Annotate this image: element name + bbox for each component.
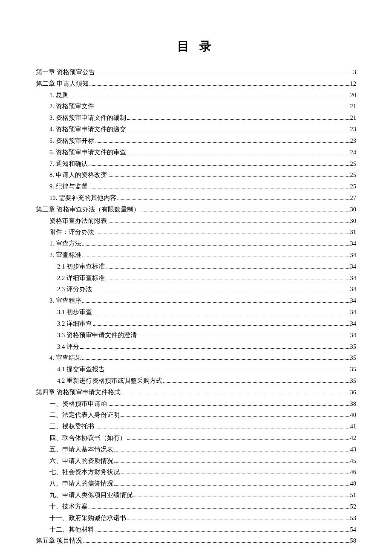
toc-entry: 9. 纪律与监督25 bbox=[36, 181, 356, 192]
toc-entry-page: 51 bbox=[350, 489, 357, 501]
toc-entry-page: 21 bbox=[350, 112, 357, 124]
toc-leader-dots bbox=[106, 268, 349, 269]
toc-entry: 6. 资格预审申请文件的审查24 bbox=[36, 147, 356, 158]
toc-leader-dots bbox=[121, 394, 349, 394]
toc-entry-page: 23 bbox=[350, 124, 357, 135]
toc-leader-dots bbox=[95, 108, 349, 108]
toc-leader-dots bbox=[114, 451, 349, 451]
toc-leader-dots bbox=[69, 97, 349, 97]
toc-leader-dots bbox=[82, 359, 349, 360]
toc-entry-label: 6. 资格预审申请文件的审查 bbox=[49, 147, 126, 158]
toc-leader-dots bbox=[127, 439, 349, 440]
toc-entry-label: 3.4 评分 bbox=[57, 341, 79, 353]
toc-entry-label: 2. 资格预审文件 bbox=[49, 101, 94, 112]
toc-entry-page: 58 bbox=[350, 535, 357, 546]
toc-entry: 5. 资格预审开标23 bbox=[36, 135, 356, 147]
toc-entry-page: 34 bbox=[350, 238, 357, 249]
toc-entry: 1. 总则20 bbox=[36, 90, 356, 101]
toc-entry-label: 4. 资格预审申请文件的递交 bbox=[49, 124, 126, 135]
toc-entry: 第一章 资格预审公告3 bbox=[36, 66, 356, 78]
toc-leader-dots bbox=[121, 474, 349, 474]
toc-entry: 2.3 评分办法34 bbox=[36, 283, 356, 295]
toc-entry-label: 5. 资格预审开标 bbox=[49, 135, 94, 147]
toc-entry-label: 3. 审查程序 bbox=[49, 295, 81, 306]
toc-entry: 3.3 资格预审申请文件的澄清34 bbox=[36, 330, 356, 341]
toc-entry-label: 3.1 初步审查 bbox=[57, 306, 92, 318]
toc-entry-label: 七、社会资本方财务状况 bbox=[49, 466, 120, 478]
toc-leader-dots bbox=[95, 428, 349, 428]
toc-entry-label: 十、技术方案 bbox=[49, 501, 88, 512]
toc-entry-label: 4.1 提交审查报告 bbox=[57, 364, 105, 375]
toc-entry-page: 52 bbox=[350, 501, 357, 512]
toc-entry-page: 38 bbox=[350, 398, 357, 410]
toc-entry-page: 23 bbox=[350, 135, 357, 147]
toc-entry-label: 八、申请人的信誉情况 bbox=[49, 478, 113, 489]
toc-entry-page: 35 bbox=[350, 341, 357, 353]
toc-leader-dots bbox=[108, 223, 349, 223]
toc-entry-label: 第二章 申请人须知 bbox=[36, 78, 89, 90]
toc-entry-page: 35 bbox=[350, 364, 357, 375]
toc-leader-dots bbox=[114, 485, 349, 486]
toc-entry-label: 四、联合体协议书（如有） bbox=[49, 432, 126, 444]
toc-entry-page: 34 bbox=[350, 295, 357, 306]
toc-entry: 十一、政府采购诚信承诺书53 bbox=[36, 512, 356, 524]
toc-entry: 4. 资格预审申请文件的递交23 bbox=[36, 124, 356, 135]
toc-entry: 第五章 项目情况58 bbox=[36, 535, 356, 546]
toc-entry: 十二、其他材料54 bbox=[36, 524, 356, 535]
toc-entry-page: 20 bbox=[350, 90, 357, 101]
toc-leader-dots bbox=[95, 234, 349, 234]
toc-entry: 3. 审查程序34 bbox=[36, 295, 356, 306]
toc-entry-label: 三、授权委托书 bbox=[49, 421, 94, 432]
toc-entry: 7. 通知和确认25 bbox=[36, 158, 356, 170]
toc-entry: 第二章 申请人须知12 bbox=[36, 78, 356, 90]
toc-entry-page: 34 bbox=[350, 261, 357, 272]
toc-entry-page: 48 bbox=[350, 478, 357, 489]
toc-leader-dots bbox=[95, 531, 349, 532]
toc-leader-dots bbox=[89, 508, 349, 509]
toc-entry: 第四章 资格预审申请文件格式36 bbox=[36, 387, 356, 398]
toc-entry-page: 35 bbox=[350, 375, 357, 387]
toc-entry-label: 资格审查办法前附表 bbox=[49, 215, 107, 227]
toc-leader-dots bbox=[138, 337, 349, 337]
toc-leader-dots bbox=[95, 142, 349, 143]
toc-entry-label: 2.2 详细审查标准 bbox=[57, 272, 105, 284]
toc-entry: 资格审查办法前附表30 bbox=[36, 215, 356, 227]
toc-entry: 第三章 资格审查办法（有限数量制）30 bbox=[36, 204, 356, 215]
toc-entry-page: 53 bbox=[350, 512, 357, 524]
toc-entry-label: 2.1 初步审查标准 bbox=[57, 261, 105, 272]
toc-leader-dots bbox=[106, 280, 349, 280]
toc-entry: 10. 需要补充的其他内容27 bbox=[36, 192, 356, 204]
toc-leader-dots bbox=[80, 348, 349, 349]
toc-entry: 2. 审查标准34 bbox=[36, 249, 356, 261]
toc-leader-dots bbox=[93, 291, 349, 291]
toc-entry-label: 五、申请人基本情况表 bbox=[49, 444, 113, 455]
toc-entry: 五、申请人基本情况表43 bbox=[36, 444, 356, 455]
toc-entry-label: 第五章 项目情况 bbox=[36, 535, 82, 546]
toc-leader-dots bbox=[108, 405, 349, 406]
toc-leader-dots bbox=[163, 382, 349, 383]
toc-entry: 十、技术方案52 bbox=[36, 501, 356, 512]
toc-entry-page: 46 bbox=[350, 466, 357, 478]
toc-entry-label: 六、申请人的资质情况 bbox=[49, 455, 113, 467]
toc-entry-page: 45 bbox=[350, 455, 357, 467]
toc-entry-label: 第四章 资格预审申请文件格式 bbox=[36, 387, 121, 398]
toc-entry-label: 3.2 详细审查 bbox=[57, 318, 92, 330]
toc-entry-label: 7. 通知和确认 bbox=[49, 158, 88, 170]
toc-leader-dots bbox=[127, 520, 349, 520]
toc-entry: 六、申请人的资质情况45 bbox=[36, 455, 356, 467]
table-of-contents: 第一章 资格预审公告3第二章 申请人须知121. 总则202. 资格预审文件21… bbox=[36, 66, 356, 546]
toc-entry: 一、资格预审申请函38 bbox=[36, 398, 356, 410]
toc-entry-page: 36 bbox=[350, 387, 357, 398]
toc-entry-page: 34 bbox=[350, 283, 357, 295]
toc-entry-page: 25 bbox=[350, 181, 357, 192]
toc-leader-dots bbox=[117, 199, 349, 200]
toc-entry: 3.4 评分35 bbox=[36, 341, 356, 353]
toc-entry-label: 3. 资格预审申请文件的编制 bbox=[49, 112, 126, 124]
toc-entry: 4.1 提交审查报告35 bbox=[36, 364, 356, 375]
toc-entry-label: 8. 申请人的资格改变 bbox=[49, 169, 107, 181]
toc-leader-dots bbox=[121, 416, 349, 417]
toc-leader-dots bbox=[93, 314, 349, 314]
toc-entry-page: 54 bbox=[350, 524, 357, 535]
toc-entry-page: 30 bbox=[350, 204, 357, 215]
toc-entry-page: 31 bbox=[350, 226, 357, 238]
